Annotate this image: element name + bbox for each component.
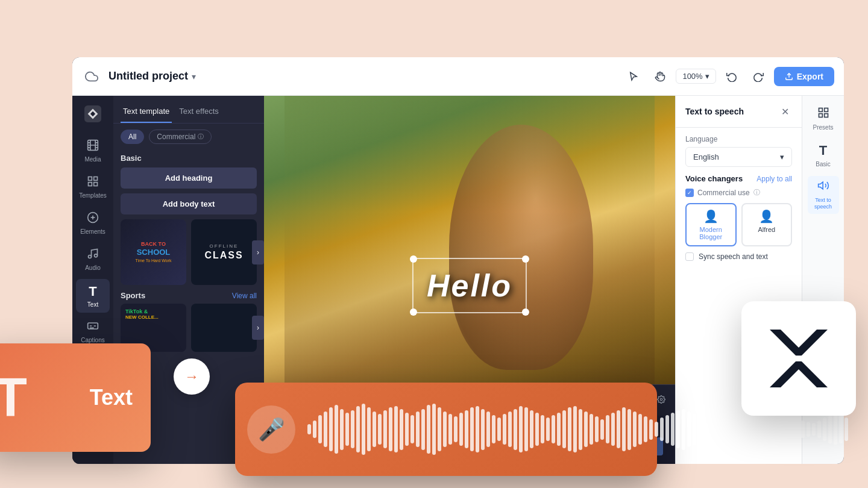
wave-bar [427,405,430,454]
wave-bar [465,410,468,449]
sports-template-2[interactable] [191,304,257,352]
wave-bar [584,411,588,448]
commercial-check-icon: ✓ [685,189,694,197]
template-card-school[interactable]: BACK TO SCHOOL Time To Hard Work [121,219,186,285]
project-title: Untitled project [108,70,188,83]
audio-overlay: 🎤 [235,383,657,476]
language-select[interactable]: English ▾ [685,147,792,167]
wave-bar [454,416,458,442]
tts-close-button[interactable]: ✕ [778,104,792,119]
wave-bar [351,410,354,449]
add-heading-button[interactable]: Add heading [121,167,257,189]
svg-rect-33 [819,114,822,117]
svg-rect-11 [94,177,98,181]
wave-bar [655,422,658,437]
wave-bar [752,421,756,439]
text-icon: T [89,284,96,299]
wave-bar [725,413,729,446]
project-title-area[interactable]: Untitled project ▾ [108,70,196,83]
templates-wrapper: BACK TO SCHOOL Time To Hard Work OFFLINE… [113,219,264,285]
voice-changers-label: Voice changers [685,174,743,183]
tts-panel-header: Text to speech ✕ [676,96,802,128]
svg-rect-32 [824,114,828,117]
arrow-circle[interactable]: → [174,358,210,395]
sidebar-item-templates[interactable]: Templates [76,170,110,204]
templates-next-button[interactable]: › [252,240,264,264]
tab-text-effects[interactable]: Text effects [177,103,221,123]
wave-bar [318,415,322,443]
export-button[interactable]: Export [774,67,834,86]
add-body-text-button[interactable]: Add body text [121,193,257,214]
hand-tool-button[interactable] [649,66,671,87]
sidebar-item-audio[interactable]: Audio [76,243,110,277]
view-all-link[interactable]: View all [232,292,257,300]
wave-bar [400,409,403,450]
redo-button[interactable] [747,66,769,87]
text-element-hello[interactable]: Hello [427,267,512,304]
wave-bar [557,413,561,446]
wave-bar [736,413,740,446]
voice-card-modern-blogger[interactable]: 👤 Modern Blogger [685,203,737,246]
class-main-label: CLASS [204,250,243,261]
wave-bar [779,413,783,446]
tab-text-template[interactable]: Text template [121,103,172,123]
svg-rect-37 [777,355,820,361]
elements-icon [87,211,99,227]
filter-row: All Commercial ⓘ [113,124,264,150]
voice-card-alfred[interactable]: 👤 Alfred [741,203,793,246]
svg-rect-12 [94,183,98,186]
svg-rect-13 [89,183,92,186]
video-canvas[interactable]: Hello [264,96,675,384]
presets-grid-icon [817,107,829,122]
wave-bar [638,414,642,445]
sidebar-text-label: Text [87,301,98,308]
captions-icon [87,320,99,335]
sidebar-item-media[interactable]: Media [76,134,110,168]
handle-bl[interactable] [410,308,417,316]
sports-next-button[interactable]: › [252,316,264,340]
sidebar-item-text[interactable]: T Text [76,279,110,313]
sync-checkbox[interactable] [685,252,694,261]
chevron-down-icon: ▾ [192,72,196,81]
wave-bar [796,419,799,440]
wave-bar [665,415,669,443]
wave-bar [492,415,495,443]
wave-bar [649,419,653,440]
wave-bar [394,406,398,452]
export-label: Export [797,72,823,81]
wave-bar [682,409,685,450]
wave-bar [812,423,816,436]
text-T-icon: T [0,367,27,429]
select-tool-button[interactable] [623,66,644,87]
zoom-control[interactable]: 100% ▾ [676,69,715,84]
filter-commercial-button[interactable]: Commercial ⓘ [149,130,212,144]
wave-bar [568,407,571,451]
sidebar-elements-label: Elements [80,228,105,236]
wave-bar [378,414,382,445]
sync-label: Sync speech and text [699,252,768,261]
panel-tabs: Text template Text effects [113,96,264,124]
text-card-overlay: T Text [0,343,151,452]
preset-item-tts[interactable]: Text to speech [808,176,839,214]
sidebar-item-elements[interactable]: Elements [76,207,110,240]
school-sub-text: Time To Hard Work [136,258,172,263]
preset-item-presets[interactable]: Presets [808,103,839,134]
preset-item-basic[interactable]: T Basic [808,139,839,171]
filter-all-button[interactable]: All [121,130,144,144]
mic-circle: 🎤 [247,405,295,454]
wave-bar [790,416,794,442]
info-icon: ⓘ [198,133,204,141]
template-card-class[interactable]: OFFLINE CLASS [191,219,257,285]
voice-changers-header: Voice changers Apply to all [685,174,792,183]
wave-bar [313,421,316,439]
sidebar-media-label: Media [84,156,101,163]
wave-bar [801,421,805,439]
preset-presets-label: Presets [813,124,834,131]
handle-tl[interactable] [410,255,417,263]
wave-bar [731,411,734,448]
wave-bar [535,413,539,446]
apply-to-all-button[interactable]: Apply to all [756,175,792,183]
selection-box [412,258,527,313]
preset-basic-label: Basic [816,161,830,167]
undo-button[interactable] [721,66,743,87]
